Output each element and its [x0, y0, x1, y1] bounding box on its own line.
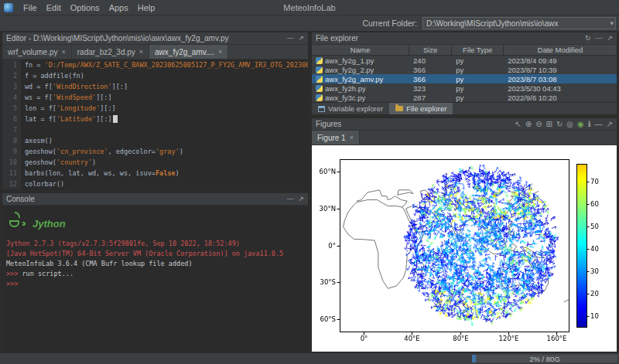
column-header-name[interactable]: Name: [312, 45, 409, 55]
pan-icon[interactable]: ⊞: [546, 121, 552, 128]
minimize-icon[interactable]: —: [595, 121, 603, 128]
figures-panel-title: Figures: [316, 120, 341, 128]
float-icon[interactable]: ↗: [298, 196, 304, 202]
float-icon[interactable]: ↗: [298, 35, 304, 42]
line-number: 3: [2, 81, 21, 92]
code-text: fn = 'D:/Temp/AWX/Z_SATE_C_BAWX_20230625…: [21, 60, 308, 70]
file-explorer-panel: File explorer ↻—↗ NameSizeFile TypeDate …: [311, 32, 617, 115]
memory-indicator[interactable]: 2% / 80G: [472, 355, 617, 362]
code-line: 3wd = f['WindDirection'][:]: [2, 81, 308, 92]
file-type: py: [452, 84, 504, 93]
file-size: 323: [409, 84, 452, 93]
jython-cup-icon: [8, 212, 26, 233]
console-panel: Console —↗ Jython Jython 2.7.3 (tags/v2.…: [2, 192, 309, 352]
file-type: py: [452, 94, 504, 102]
menu-options[interactable]: Options: [66, 3, 104, 12]
file-row-awx-fy2g-2-py[interactable]: awx_fy2g_2.py366py2023/8/7 10:39: [312, 65, 617, 74]
close-icon[interactable]: ×: [139, 48, 143, 56]
code-text: geoshow('cn_province', edgecolor='gray'): [21, 146, 183, 157]
column-header-date-modified[interactable]: Date Modified: [504, 45, 617, 55]
code-editor[interactable]: 1fn = 'D:/Temp/AWX/Z_SATE_C_BAWX_2023062…: [2, 60, 308, 189]
python-file-icon: [316, 57, 323, 64]
file-row-awx-fy2g-1-py[interactable]: awx_fy2g_1.py240py2023/8/4 09:49: [312, 56, 617, 65]
line-number: 12: [2, 179, 21, 189]
jython-logo: Jython: [8, 209, 304, 233]
menu-apps[interactable]: Apps: [104, 3, 133, 12]
close-icon[interactable]: ×: [61, 48, 65, 56]
memory-text: 2% / 80G: [529, 355, 560, 362]
file-size: 366: [409, 75, 452, 83]
status-bar: 2% / 80G: [0, 352, 619, 364]
python-file-icon: [316, 94, 323, 101]
select-icon[interactable]: ↖: [515, 121, 521, 128]
dropdown-arrow-icon[interactable]: ▾: [607, 19, 614, 27]
code-text: lat = f['Latitude'][:]: [21, 114, 118, 124]
jython-logo-text: Jython: [32, 218, 66, 233]
console-panel-title: Console: [6, 195, 35, 203]
current-folder-combobox[interactable]: D:\Working\MIScript\Jython\mis\io\awx ▾: [422, 17, 616, 29]
code-line: 4ws = f['WindSpeed'][:]: [2, 92, 308, 103]
identify-icon[interactable]: ◉: [577, 121, 584, 128]
code-text: lon = f['Longitude'][:]: [21, 103, 116, 114]
file-name-cell: awx_fy3c.py: [312, 94, 409, 102]
file-size: 366: [409, 66, 452, 74]
zoom-in-icon[interactable]: ⊕: [525, 121, 532, 128]
file-modified: 2023/5/30 04:43: [504, 84, 617, 93]
file-name: awx_fy2h.py: [325, 84, 366, 93]
editor-tab-radar-bz2-3d-py[interactable]: radar_bz2_3d.py×: [72, 45, 149, 59]
text-caret: [113, 115, 118, 123]
meteoinfolab-window: FileEditOptionsAppsHelp MeteoInfoLab Cur…: [0, 0, 619, 364]
menu-edit[interactable]: Edit: [42, 3, 66, 12]
code-line: 8axesm(): [2, 135, 308, 146]
file-table-body: awx_fy2g_1.py240py2023/8/4 09:49awx_fy2g…: [312, 56, 617, 102]
float-icon[interactable]: ↗: [607, 121, 613, 128]
info-icon[interactable]: ℹ: [588, 121, 591, 128]
editor-tabs: wrf_volume.py×radar_bz2_3d.py×awx_fy2g_a…: [2, 45, 308, 60]
menu-bar: FileEditOptionsAppsHelp MeteoInfoLab: [0, 0, 619, 15]
code-text: barbs(lon, lat, wd, ws, ws, isuv=False): [21, 168, 180, 179]
float-icon[interactable]: ↗: [607, 35, 613, 42]
minimize-icon[interactable]: —: [286, 35, 293, 42]
editor-tab-awx-fy2g-amv[interactable]: awx_fy2g_amv....×: [149, 45, 228, 59]
zoom-out-icon[interactable]: ⊖: [535, 121, 542, 128]
memory-progress-fill: [472, 355, 476, 362]
minimize-icon[interactable]: —: [595, 35, 602, 42]
file-row-awx-fy2g-amv-py[interactable]: awx_fy2g_amv.py366py2023/8/7 03:08: [312, 74, 617, 83]
code-text: f = addfile(fn): [21, 70, 84, 81]
current-folder-label: Current Folder:: [362, 19, 417, 28]
folder-icon: [395, 106, 403, 111]
map-figure[interactable]: [312, 145, 617, 352]
file-modified: 2023/8/4 09:49: [504, 56, 617, 65]
file-size: 287: [409, 94, 452, 102]
file-name: awx_fy2g_amv.py: [325, 75, 383, 83]
toolbar: Current Folder: D:\Working\MIScript\Jyth…: [0, 15, 619, 32]
line-number: 7: [2, 124, 21, 135]
column-header-size[interactable]: Size: [409, 45, 452, 55]
line-number: 9: [2, 146, 21, 157]
tab-variable-explorer[interactable]: Variable explorer: [312, 103, 389, 114]
minimize-icon[interactable]: —: [286, 196, 293, 202]
file-row-awx-fy2h-py[interactable]: awx_fy2h.py323py2023/5/30 04:43: [312, 83, 617, 93]
menu-file[interactable]: File: [19, 3, 42, 12]
refresh-icon[interactable]: ↻: [585, 35, 591, 42]
close-icon[interactable]: ×: [350, 134, 354, 141]
editor-panel: Editor - D:\Working\MIScript\Jython\mis\…: [2, 32, 309, 190]
line-number: 11: [2, 168, 21, 179]
tab-figure-1[interactable]: Figure 1 ×: [312, 131, 360, 145]
file-type: py: [452, 56, 504, 65]
file-row-awx-fy3c-py[interactable]: awx_fy3c.py287py2022/9/6 10:20: [312, 93, 617, 102]
tab-file-explorer[interactable]: File explorer: [389, 103, 453, 114]
code-line: 2f = addfile(fn): [2, 70, 308, 81]
console-output[interactable]: Jython Jython 2.7.3 (tags/v2.7.3:5f29801…: [2, 206, 308, 352]
rotate-icon[interactable]: ↻: [556, 121, 563, 128]
right-column: File explorer ↻—↗ NameSizeFile TypeDate …: [311, 32, 617, 352]
full-extent-icon[interactable]: ◎: [566, 121, 573, 128]
menu-help[interactable]: Help: [133, 3, 160, 12]
column-header-file-type[interactable]: File Type: [452, 45, 504, 55]
code-line: 5lon = f['Longitude'][:]: [2, 103, 308, 114]
console-line: Jython 2.7.3 (tags/v2.7.3:5f29801fe, Sep…: [6, 239, 304, 249]
close-icon[interactable]: ×: [218, 48, 222, 56]
editor-tab-label: wrf_volume.py: [8, 48, 57, 56]
editor-tab-wrf-volume-py[interactable]: wrf_volume.py×: [2, 45, 72, 59]
code-line: 10geoshow('country'): [2, 157, 308, 168]
